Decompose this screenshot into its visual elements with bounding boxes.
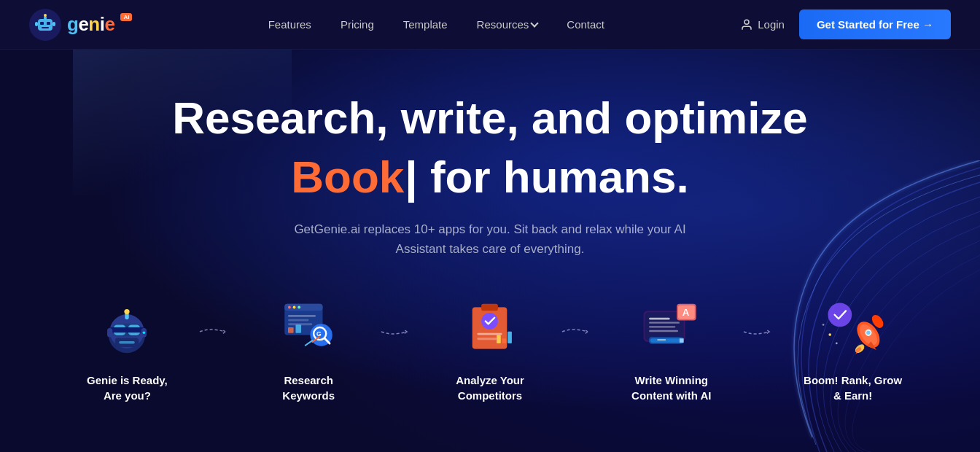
get-started-button[interactable]: Get Started for Free → [799, 9, 951, 39]
svg-point-16 [125, 309, 130, 314]
svg-rect-45 [508, 332, 513, 343]
svg-rect-44 [502, 338, 507, 343]
step-icon-search: G [268, 295, 349, 361]
svg-rect-20 [107, 328, 112, 338]
step-arrow-4 [740, 324, 784, 342]
svg-rect-42 [478, 338, 497, 340]
step-icon-robot [87, 295, 167, 361]
svg-rect-49 [649, 322, 680, 323]
svg-rect-17 [109, 327, 145, 332]
step-label-write-content: Write WinningContent with AI [631, 373, 711, 403]
svg-rect-29 [288, 319, 309, 322]
step-label-research-keywords: ResearchKeywords [282, 373, 335, 403]
step-arrow-3 [559, 324, 602, 342]
svg-point-66 [828, 333, 831, 336]
step-label-genie-ready: Genie is Ready,Are you? [87, 373, 168, 403]
logo-badge: AI [120, 13, 132, 21]
svg-point-22 [143, 331, 146, 334]
navbar: ​genie AI Features Pricing Template Reso… [0, 0, 980, 50]
svg-rect-4 [42, 27, 49, 28]
logo[interactable]: ​genie AI [29, 9, 132, 41]
step-icon-write: A [631, 295, 712, 361]
user-icon [740, 18, 753, 31]
svg-rect-32 [295, 324, 301, 332]
nav-item-template[interactable]: Template [403, 18, 448, 31]
nav-link-contact[interactable]: Contact [567, 18, 604, 31]
svg-rect-31 [288, 327, 294, 333]
hero-title-rest: for humans. [418, 152, 689, 202]
svg-point-40 [482, 313, 499, 330]
svg-rect-48 [649, 318, 670, 320]
svg-rect-1 [38, 19, 52, 31]
svg-rect-57 [680, 338, 684, 343]
step-arrow-2 [378, 324, 421, 342]
svg-text:A: A [682, 307, 690, 318]
svg-point-26 [292, 306, 295, 309]
nav-link-resources[interactable]: Resources [477, 18, 538, 31]
svg-rect-39 [482, 304, 499, 311]
svg-point-25 [288, 306, 291, 309]
nav-link-features[interactable]: Features [268, 18, 311, 31]
svg-rect-2 [40, 22, 44, 25]
hero-title-line1: Research, write, and optimize [29, 93, 951, 143]
svg-rect-41 [478, 333, 502, 335]
svg-rect-50 [649, 326, 675, 327]
hero-section: Research, write, and optimize Book for h… [0, 50, 980, 452]
nav-right: Login Get Started for Free → [740, 9, 951, 39]
nav-item-features[interactable]: Features [268, 18, 311, 31]
logo-icon [29, 9, 61, 41]
nav-links: Features Pricing Template Resources Cont… [268, 18, 604, 31]
svg-rect-8 [52, 22, 55, 26]
nav-item-pricing[interactable]: Pricing [341, 18, 374, 31]
step-icon-analyze [450, 295, 530, 361]
hero-animated-word: Book [291, 152, 417, 202]
nav-item-contact[interactable]: Contact [567, 18, 604, 31]
step-rank-grow: Boom! Rank, Grow& Earn! [784, 295, 922, 403]
svg-point-6 [44, 14, 47, 17]
step-icon-rocket [813, 295, 893, 361]
svg-rect-51 [649, 330, 678, 332]
svg-rect-56 [650, 338, 682, 343]
svg-point-27 [298, 306, 300, 309]
svg-rect-7 [35, 22, 38, 26]
svg-point-9 [744, 20, 749, 24]
chevron-down-icon [531, 19, 539, 27]
step-label-analyze-competitors: Analyze YourCompetitors [456, 373, 524, 403]
step-analyze-competitors: Analyze YourCompetitors [421, 295, 559, 403]
step-research-keywords: G ResearchKeywords [240, 295, 378, 403]
svg-rect-28 [288, 315, 316, 317]
logo-text: ​genie [67, 13, 114, 36]
svg-point-58 [828, 303, 852, 327]
nav-link-template[interactable]: Template [403, 18, 448, 31]
hero-subtitle: GetGenie.ai replaces 10+ apps for you. S… [286, 219, 694, 259]
svg-rect-43 [497, 335, 501, 343]
hero-title-line2: Book for humans. [29, 150, 951, 204]
svg-point-68 [822, 324, 824, 326]
nav-link-pricing[interactable]: Pricing [341, 18, 374, 31]
svg-rect-3 [47, 22, 50, 25]
login-button[interactable]: Login [740, 18, 785, 31]
svg-point-63 [866, 331, 870, 335]
step-arrow-1 [196, 324, 240, 342]
step-genie-ready: Genie is Ready,Are you? [58, 295, 196, 403]
svg-rect-19 [120, 341, 136, 344]
steps-row: Genie is Ready,Are you? [29, 295, 951, 403]
step-write-content: A Write WinningContent with AI [602, 295, 740, 403]
svg-point-67 [835, 342, 837, 344]
step-label-rank-grow: Boom! Rank, Grow& Earn! [804, 373, 902, 403]
nav-item-resources[interactable]: Resources [477, 18, 538, 31]
